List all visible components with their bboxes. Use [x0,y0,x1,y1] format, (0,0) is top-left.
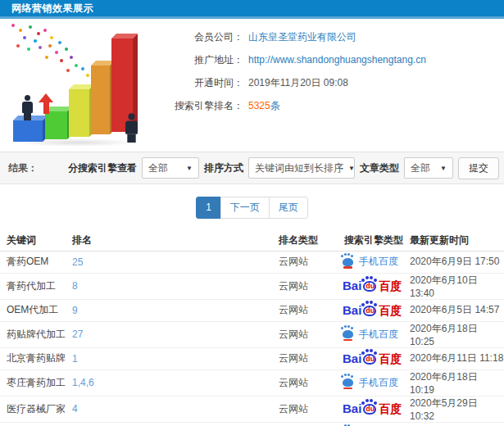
sort-select[interactable]: 关键词由短到长排序 ▼ [248,157,355,179]
engine-select[interactable]: 全部 ▼ [142,157,199,179]
rank-cell[interactable]: 1 [70,347,279,369]
baidu-paw-icon: du [363,404,376,415]
article-type-label: 文章类型 [360,161,399,175]
rank-cell[interactable]: 17 [70,422,279,426]
illustration-bar-green [45,111,67,139]
bar-chart-illustration [5,22,152,147]
baidu-logo: Baidu百度 [343,402,402,415]
keyword-cell: 药贴牌代加工 [0,321,70,347]
updated-cell: 2020年6月10日 13:40 [410,273,504,299]
header-rank: 排名 [70,230,279,251]
header-updated: 最新更新时间 [410,230,504,251]
baidu-paw-icon: du [363,306,376,316]
company-link[interactable]: 山东皇圣堂药业有限公司 [248,30,356,44]
baidu-cn-text: 百度 [379,305,402,316]
mobile-baidu-logo: 手机百度 [343,328,398,342]
table-row[interactable]: 医疗器械厂家 4 云网站 Baidu百度 2020年5月29日 10:32 [0,396,504,422]
rank-cell[interactable]: 27 [70,321,279,347]
rank-cell[interactable]: 25 [70,251,279,273]
filter-controls: 分搜索引擎查看 全部 ▼ 排序方式 关键词由短到长排序 ▼ 文章类型 全部 ▼ … [68,157,499,179]
updated-cell: 2020年5月29日 10:32 [410,396,504,422]
sort-filter-label: 排序方式 [204,161,243,175]
engine-type-cell: Baidu百度 [329,347,410,369]
filter-bar: 结果： 分搜索引擎查看 全部 ▼ 排序方式 关键词由短到长排序 ▼ 文章类型 全… [0,152,504,184]
updated-cell: 2020年6月18日 10:19 [410,369,504,396]
baidu-bai-text: Bai [343,279,361,292]
header-keyword: 关键词 [0,230,70,251]
baidu-bai-text: Bai [343,304,361,316]
article-type-select[interactable]: 全部 ▼ [404,157,453,179]
updated-cell: 2020年6月5日 14:57 [410,299,504,321]
keyword-cell: 医疗器械厂家 [0,396,70,422]
engine-type-cell: 手机百度 [329,251,410,273]
engine-type-cell: Baidu百度 [329,273,410,299]
keyword-ranking-table: 关键词 排名 排名类型 搜索引擎类型 最新更新时间 膏药OEM 25 云网站 手… [0,230,504,426]
table-row[interactable]: OEM代加工 9 云网站 Baidu百度 2020年6月5日 14:57 [0,299,504,321]
table-row[interactable]: 菏泽膏药厂家 17 云网站 手机百度 2020年6月11日 11:40 [0,422,504,426]
header-rank-type: 排名类型 [279,230,329,251]
illustration-bar-yellow [69,89,89,137]
rank-cell[interactable]: 1,4,6 [70,369,279,396]
mobile-baidu-text: 手机百度 [359,376,398,390]
page-title: 网络营销效果展示 [11,2,93,16]
promo-url-link[interactable]: http://www.shandonghuangshengtang.cn [248,54,426,66]
engine-rank-value: 5325条 [248,99,280,113]
keyword-cell: OEM代加工 [0,299,70,321]
table-row[interactable]: 枣庄膏药加工 1,4,6 云网站 手机百度 2020年6月18日 10:19 [0,369,504,396]
rank-cell[interactable]: 4 [70,396,279,422]
chevron-down-icon: ▼ [186,165,193,172]
baidu-cn-text: 百度 [379,353,402,365]
mobile-baidu-logo: 手机百度 [343,255,398,269]
rank-type-cell: 云网站 [279,396,329,422]
opened-time-value: 2019年11月20日 09:08 [248,76,348,90]
chevron-down-icon: ▼ [348,165,355,172]
rank-cell[interactable]: 8 [70,273,279,299]
businessman-figure-left [22,95,33,120]
sort-select-value: 关键词由短到长排序 [255,161,343,175]
baidu-logo: Baidu百度 [343,304,402,316]
article-type-select-value: 全部 [411,161,430,175]
rank-type-cell: 云网站 [279,321,329,347]
engine-type-cell: Baidu百度 [329,396,410,422]
baidu-cn-text: 百度 [379,403,402,415]
engine-type-cell: 手机百度 [329,369,410,396]
opened-time-row: 开通时间： 2019年11月20日 09:08 [152,71,504,94]
promo-url-row: 推广地址： http://www.shandonghuangshengtang.… [152,48,504,71]
rank-cell[interactable]: 9 [70,299,279,321]
page-1-button[interactable]: 1 [196,197,221,219]
title-bar: 网络营销效果展示 [0,0,504,19]
rank-type-cell: 云网站 [279,369,329,396]
page: 网络营销效果展示 会员公司： 山东皇圣堂药业有限公司 推广地址： http://… [0,0,504,426]
engine-type-cell: 手机百度 [329,422,410,426]
baidu-bai-text: Bai [343,352,361,365]
rank-type-cell: 云网站 [279,347,329,369]
chevron-down-icon: ▼ [440,165,447,172]
table-row[interactable]: 药贴牌代加工 27 云网站 手机百度 2020年6月18日 10:25 [0,321,504,347]
engine-type-cell: Baidu百度 [329,299,410,321]
baidu-du-text: du [366,405,375,413]
illustration-bar-blue [13,120,43,142]
rank-type-cell: 云网站 [279,299,329,321]
table-header-row: 关键词 排名 排名类型 搜索引擎类型 最新更新时间 [0,230,504,251]
confetti-decoration [11,24,15,27]
table-row[interactable]: 北京膏药贴牌 1 云网站 Baidu百度 2020年6月11日 11:18 [0,347,504,369]
header-engine-type: 搜索引擎类型 [329,230,410,251]
baidu-cn-text: 百度 [379,280,402,292]
updated-cell: 2020年6月9日 17:50 [410,251,504,273]
baidu-du-text: du [366,355,375,363]
baidu-paw-icon: du [363,281,376,292]
next-page-button[interactable]: 下一页 [220,197,270,219]
engine-type-cell: 手机百度 [329,321,410,347]
mobile-baidu-paw-icon [343,258,353,266]
table-row[interactable]: 膏药代加工 8 云网站 Baidu百度 2020年6月10日 13:40 [0,273,504,299]
member-info: 会员公司： 山东皇圣堂药业有限公司 推广地址： http://www.shand… [152,22,504,117]
engine-rank-label: 搜索引擎排名： [152,99,243,113]
table-row[interactable]: 膏药OEM 25 云网站 手机百度 2020年6月9日 17:50 [0,251,504,273]
company-row: 会员公司： 山东皇圣堂药业有限公司 [152,25,504,48]
rank-type-cell: 云网站 [279,251,329,273]
baidu-logo: Baidu百度 [343,279,402,292]
submit-button[interactable]: 提交 [458,157,499,179]
last-page-button[interactable]: 尾页 [269,197,308,219]
baidu-du-text: du [366,306,375,315]
engine-filter-label: 分搜索引擎查看 [68,161,137,175]
